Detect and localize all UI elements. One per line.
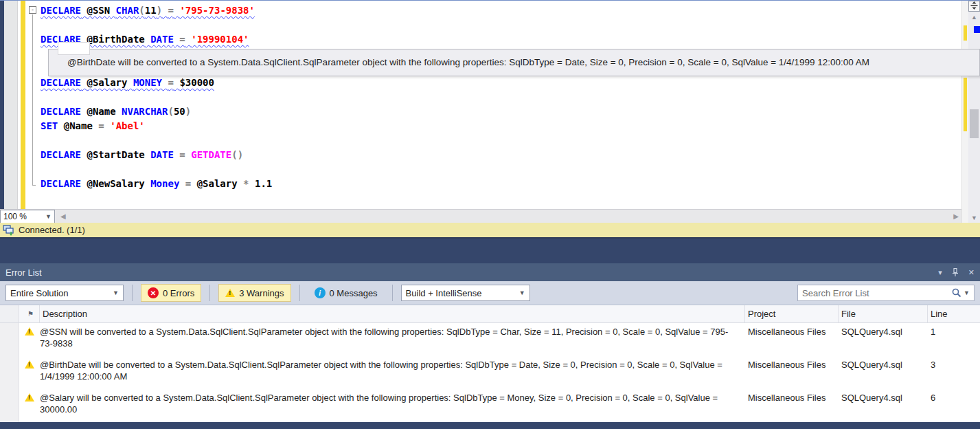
info-circle-icon: i bbox=[315, 287, 326, 298]
severity-flag-icon: ⚑ bbox=[27, 310, 34, 318]
error-list-row-3[interactable]: @Salary will be converted to a System.Da… bbox=[0, 389, 980, 422]
scroll-up-arrow-icon[interactable]: ▲ bbox=[968, 13, 980, 21]
file-column-label: File bbox=[841, 309, 856, 319]
error-description: @SSN will be converted to a System.Data.… bbox=[40, 326, 745, 356]
toolbar-separator bbox=[209, 285, 210, 301]
error-project: Miscellaneous Files bbox=[745, 359, 839, 389]
intellisense-warning-tooltip: @BirthDate will be converted to a System… bbox=[48, 49, 980, 76]
warning-triangle-icon bbox=[225, 289, 235, 297]
scope-filter-dropdown[interactable]: Entire Solution ▼ bbox=[5, 285, 124, 301]
warning-triangle-icon bbox=[25, 360, 34, 368]
line-column-header[interactable]: Line bbox=[928, 305, 980, 322]
code-editor[interactable]: - DECLARE @SSN CHAR(11) = '795-73-9838'D… bbox=[0, 1, 961, 210]
severity-column-header[interactable]: ⚑ bbox=[19, 305, 40, 322]
editor-glyph-margin bbox=[4, 1, 18, 210]
scroll-right-arrow-icon[interactable]: ▶ bbox=[953, 212, 959, 220]
line-column-label: Line bbox=[931, 309, 948, 319]
panel-title: Error List bbox=[5, 267, 42, 278]
code-folding-margin: - bbox=[25, 1, 41, 210]
zoom-level-value: 100 % bbox=[3, 212, 27, 221]
error-list-rows: @SSN will be converted to a System.Data.… bbox=[0, 323, 980, 422]
chevron-down-icon: ▼ bbox=[964, 289, 970, 296]
close-icon[interactable]: ✕ bbox=[968, 268, 975, 277]
error-list-toolbar: Entire Solution ▼ ✕ 0 Errors 3 Warnings … bbox=[0, 281, 980, 305]
errors-filter-label: 0 Errors bbox=[163, 288, 194, 298]
warnings-filter-button[interactable]: 3 Warnings bbox=[218, 284, 290, 302]
error-description: @BirthDate will be converted to a System… bbox=[40, 359, 745, 389]
window-position-chevron-icon[interactable]: ▾ bbox=[938, 268, 942, 277]
code-line-3[interactable]: DECLARE @BirthDate DATE = '19990104' bbox=[41, 32, 961, 47]
panel-bottom-strip bbox=[0, 422, 980, 429]
vertical-scroll-zone: ▲ ▼ bbox=[961, 1, 980, 223]
sql-editor-pane: - DECLARE @SSN CHAR(11) = '795-73-9838'D… bbox=[0, 0, 980, 223]
connected-database-icon bbox=[3, 225, 14, 236]
messages-filter-button[interactable]: i 0 Messages bbox=[308, 284, 384, 302]
code-line-9[interactable]: SET @Name = 'Abel' bbox=[41, 119, 961, 133]
pin-icon[interactable] bbox=[952, 268, 959, 276]
description-column-header[interactable]: Description bbox=[40, 305, 745, 322]
error-circle-icon: ✕ bbox=[148, 287, 159, 298]
row-gutter bbox=[0, 323, 19, 356]
connection-status-text: Connected. (1/1) bbox=[19, 225, 85, 235]
code-line-10[interactable] bbox=[41, 133, 961, 148]
editor-caret-box bbox=[58, 42, 90, 55]
scope-filter-value: Entire Solution bbox=[10, 288, 69, 298]
change-tracking-bar bbox=[21, 1, 25, 210]
zoom-level-dropdown[interactable]: 100 % ▼ bbox=[0, 210, 55, 223]
editor-splitter-handle[interactable] bbox=[968, 1, 980, 12]
build-intellisense-dropdown[interactable]: Build + IntelliSense ▼ bbox=[401, 285, 530, 301]
row-gutter bbox=[0, 389, 19, 422]
code-line-12[interactable] bbox=[41, 162, 961, 177]
code-text-area[interactable]: DECLARE @SSN CHAR(11) = '795-73-9838'DEC… bbox=[41, 1, 961, 210]
error-line-number: 3 bbox=[928, 359, 980, 389]
code-line-11[interactable]: DECLARE @StartDate DATE = GETDATE() bbox=[41, 148, 961, 162]
project-column-label: Project bbox=[748, 309, 775, 319]
error-list-title-bar[interactable]: Error List ▾ ✕ bbox=[0, 263, 980, 281]
errors-filter-button[interactable]: ✕ 0 Errors bbox=[141, 284, 201, 302]
code-line-7[interactable] bbox=[41, 90, 961, 104]
error-file: SQLQuery4.sql bbox=[839, 359, 928, 389]
vertical-scroll-thumb[interactable] bbox=[970, 109, 979, 138]
toolbar-separator bbox=[392, 285, 393, 301]
warnings-filter-label: 3 Warnings bbox=[239, 288, 284, 298]
error-project: Miscellaneous Files bbox=[745, 326, 839, 356]
code-line-1[interactable]: DECLARE @SSN CHAR(11) = '795-73-9838' bbox=[41, 3, 961, 18]
warning-triangle-icon bbox=[25, 393, 34, 402]
toolbar-separator bbox=[132, 285, 133, 301]
description-column-label: Description bbox=[43, 309, 87, 319]
error-list-header-row: ⚑ Description Project File Line bbox=[0, 305, 980, 323]
row-gutter-header bbox=[0, 305, 19, 322]
warning-triangle-icon bbox=[25, 327, 34, 336]
error-list-panel: Error List ▾ ✕ Entire Solution ▼ ✕ 0 Err… bbox=[0, 263, 980, 429]
fold-collapse-icon[interactable]: - bbox=[29, 6, 36, 14]
code-line-2[interactable] bbox=[41, 18, 961, 32]
code-line-6[interactable]: DECLARE @Salary MONEY = $30000 bbox=[41, 76, 961, 90]
messages-filter-label: 0 Messages bbox=[330, 288, 378, 298]
error-list-row-1[interactable]: @SSN will be converted to a System.Data.… bbox=[0, 323, 980, 356]
fold-guide-line bbox=[32, 14, 33, 185]
error-list-search-box[interactable]: ▼ bbox=[797, 285, 975, 301]
project-column-header[interactable]: Project bbox=[745, 305, 839, 322]
code-line-13[interactable]: DECLARE @NewSalary Money = @Salary * 1.1 bbox=[41, 177, 961, 191]
build-intellisense-value: Build + IntelliSense bbox=[406, 288, 482, 298]
toolbar-separator bbox=[299, 285, 300, 301]
error-project: Miscellaneous Files bbox=[745, 392, 839, 422]
row-gutter bbox=[0, 356, 19, 389]
error-description: @Salary will be converted to a System.Da… bbox=[40, 392, 745, 422]
search-icon[interactable] bbox=[952, 288, 961, 298]
connection-status-bar: Connected. (1/1) bbox=[0, 223, 980, 239]
caret-position-marker bbox=[974, 26, 980, 33]
error-list-row-2[interactable]: @BirthDate will be converted to a System… bbox=[0, 356, 980, 389]
error-file: SQLQuery4.sql bbox=[839, 392, 928, 422]
search-input[interactable] bbox=[802, 288, 952, 298]
vertical-scrollbar[interactable]: ▲ ▼ bbox=[968, 1, 980, 223]
chevron-down-icon: ▼ bbox=[113, 289, 119, 296]
split-editor-icon bbox=[970, 1, 978, 10]
error-line-number: 6 bbox=[928, 392, 980, 422]
code-line-8[interactable]: DECLARE @Name NVARCHAR(50) bbox=[41, 104, 961, 119]
file-column-header[interactable]: File bbox=[839, 305, 928, 322]
horizontal-scroll-row: 100 % ▼ ◀ ▶ bbox=[0, 209, 961, 223]
scroll-down-arrow-icon[interactable]: ▼ bbox=[968, 214, 980, 222]
scroll-left-arrow-icon[interactable]: ◀ bbox=[60, 212, 66, 220]
change-mark bbox=[964, 78, 967, 131]
